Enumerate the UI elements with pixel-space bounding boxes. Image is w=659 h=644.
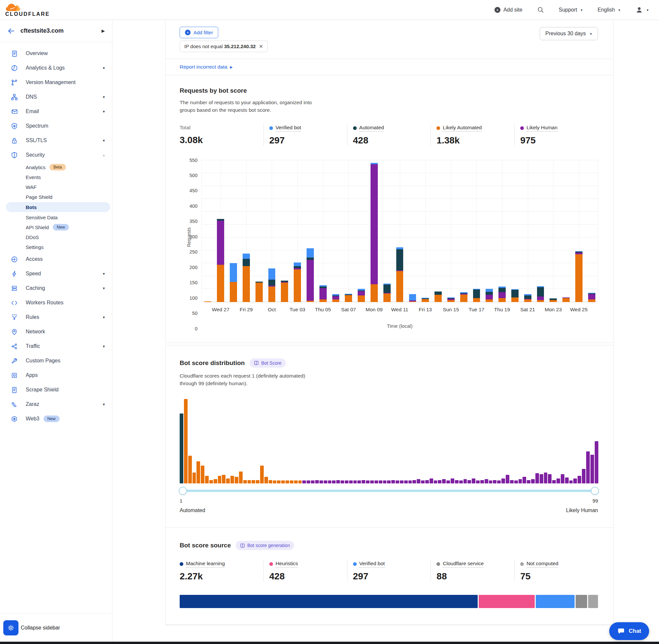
bar-slot-7[interactable] (291, 160, 304, 302)
bar-slot-21[interactable] (470, 160, 483, 302)
stat-label[interactable]: Likely Automated (443, 125, 481, 132)
hist-bar-score-23[interactable] (273, 480, 277, 483)
hist-bar-score-54[interactable] (404, 480, 408, 483)
hist-bar-score-46[interactable] (370, 480, 374, 483)
hist-bar-score-21[interactable] (264, 477, 268, 483)
hist-bar-score-26[interactable] (285, 480, 289, 483)
hist-bar-score-95[interactable] (578, 476, 581, 483)
hist-bar-score-51[interactable] (391, 480, 395, 483)
hist-bar-score-31[interactable] (307, 480, 310, 483)
sidebar-item-security[interactable]: Security▲ (0, 148, 112, 162)
sidebar-item-custom-pages[interactable]: Custom Pages (0, 353, 112, 368)
hist-bar-score-18[interactable] (252, 480, 255, 483)
sidebar-subitem-bots[interactable]: Bots (6, 202, 110, 212)
hist-bar-score-83[interactable] (527, 480, 531, 483)
bar-slot-30[interactable] (585, 160, 598, 302)
source-segment-machine-learning[interactable] (180, 595, 478, 608)
chat-button[interactable]: Chat (609, 622, 649, 640)
bar-slot-19[interactable] (444, 160, 457, 302)
hist-bar-score-45[interactable] (366, 480, 370, 483)
hist-bar-score-41[interactable] (349, 480, 353, 483)
stat-label[interactable]: Not computed (526, 560, 559, 568)
hist-bar-score-70[interactable] (472, 479, 475, 483)
hist-bar-score-2[interactable] (184, 399, 188, 483)
hist-bar-score-58[interactable] (421, 480, 425, 483)
hist-bar-score-71[interactable] (476, 480, 480, 483)
bar-slot-23[interactable] (496, 160, 509, 302)
hist-bar-score-77[interactable] (501, 479, 505, 483)
hist-bar-score-72[interactable] (480, 480, 484, 483)
stat-label[interactable]: Verified bot (276, 125, 301, 132)
hist-bar-score-57[interactable] (417, 479, 420, 483)
hist-bar-score-8[interactable] (209, 480, 213, 483)
bar-slot-16[interactable] (406, 160, 419, 302)
collapse-sidebar-label[interactable]: Collapse sidebar (21, 625, 60, 631)
hist-bar-score-38[interactable] (336, 480, 340, 483)
hist-bar-score-43[interactable] (357, 480, 361, 483)
sidebar-item-spectrum[interactable]: Spectrum (0, 119, 112, 133)
sidebar-item-web3[interactable]: Web3New (0, 412, 112, 426)
filter-chip[interactable]: IP does not equal 35.212.240.32 ✕ (180, 41, 268, 52)
hist-bar-score-49[interactable] (383, 480, 387, 483)
hist-bar-score-48[interactable] (379, 480, 382, 483)
hist-bar-score-33[interactable] (315, 480, 319, 483)
stat-label[interactable]: Likely Human (526, 125, 558, 132)
hist-bar-score-79[interactable] (510, 480, 514, 483)
sidebar-item-dns[interactable]: DNS▼ (0, 90, 112, 104)
bar-slot-10[interactable] (329, 160, 342, 302)
hist-bar-score-55[interactable] (408, 480, 412, 483)
search-button[interactable] (537, 6, 544, 14)
hist-bar-score-91[interactable] (561, 474, 564, 483)
sidebar-item-ssl-tls[interactable]: SSL/TLS▼ (0, 133, 112, 148)
sidebar-subitem-events[interactable]: Events (0, 172, 112, 182)
sidebar-item-version-management[interactable]: Version Management (0, 75, 112, 90)
hist-bar-score-56[interactable] (413, 480, 416, 483)
hist-bar-score-84[interactable] (531, 479, 535, 483)
hist-bar-score-22[interactable] (269, 480, 272, 483)
sidebar-subitem-sensitive-data[interactable]: Sensitive Data (0, 212, 112, 222)
hist-bar-score-20[interactable] (260, 466, 264, 483)
source-segment-not-computed[interactable] (588, 595, 598, 608)
hist-bar-score-73[interactable] (485, 479, 488, 483)
sidebar-subitem-settings[interactable]: Settings (0, 242, 112, 252)
hist-bar-score-62[interactable] (438, 480, 442, 483)
hist-bar-score-78[interactable] (506, 475, 509, 483)
source-segment-verified-bot[interactable] (536, 595, 574, 608)
bar-slot-14[interactable] (380, 160, 393, 302)
slider-handle-max[interactable] (591, 487, 599, 495)
stat-label[interactable]: Cloudflare service (443, 560, 484, 568)
hist-bar-score-37[interactable] (332, 480, 336, 483)
hist-bar-score-1[interactable] (180, 414, 183, 483)
source-segment-cloudflare-service[interactable] (575, 595, 587, 608)
bar-slot-15[interactable] (393, 160, 406, 302)
bar-slot-20[interactable] (457, 160, 470, 302)
sidebar-item-zaraz[interactable]: Zaraz▼ (0, 397, 112, 412)
hist-bar-score-98[interactable] (590, 455, 594, 483)
bar-slot-8[interactable] (304, 160, 317, 302)
hist-bar-score-89[interactable] (552, 480, 556, 483)
hist-bar-score-15[interactable] (239, 472, 243, 483)
sidebar-subitem-page-shield[interactable]: Page Shield (0, 192, 112, 202)
hist-bar-score-64[interactable] (446, 480, 450, 483)
hist-bar-score-52[interactable] (396, 480, 399, 483)
hist-bar-score-75[interactable] (493, 480, 496, 483)
remove-filter-icon[interactable]: ✕ (259, 44, 263, 49)
hist-bar-score-29[interactable] (298, 480, 302, 483)
add-filter-button[interactable]: + Add filter (180, 27, 218, 38)
hist-bar-score-93[interactable] (569, 480, 573, 483)
sidebar-item-analytics-logs[interactable]: Analytics & Logs▼ (0, 61, 112, 75)
hist-bar-score-39[interactable] (340, 480, 344, 483)
hist-bar-score-94[interactable] (573, 479, 577, 483)
sidebar-item-access[interactable]: Access (0, 252, 112, 267)
hist-bar-score-99[interactable] (595, 441, 598, 483)
settings-gear-button[interactable] (3, 620, 19, 636)
bar-slot-0[interactable] (202, 160, 214, 302)
bar-slot-27[interactable] (547, 160, 560, 302)
bar-slot-11[interactable] (342, 160, 355, 302)
hist-bar-score-85[interactable] (535, 473, 539, 483)
sidebar-item-workers-routes[interactable]: Workers Routes (0, 296, 112, 310)
hist-bar-score-36[interactable] (328, 480, 332, 483)
hist-bar-score-74[interactable] (489, 480, 493, 483)
hist-bar-score-61[interactable] (434, 480, 438, 483)
bar-slot-17[interactable] (419, 160, 432, 302)
